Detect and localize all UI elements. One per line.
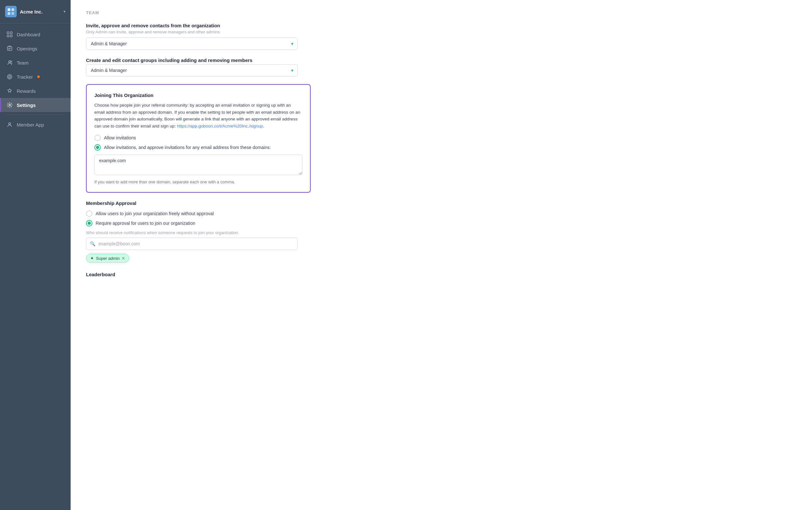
org-name: Acme Inc. (20, 9, 60, 15)
super-admin-icon: ✦ (90, 256, 94, 261)
section-label: TEAM (86, 10, 796, 15)
membership-radio-group: Allow users to join your organization fr… (86, 210, 796, 226)
membership-approval-section: Membership Approval Allow users to join … (86, 200, 796, 263)
svg-rect-0 (8, 8, 10, 11)
joining-section-title: Joining This Organization (94, 92, 302, 98)
svg-point-15 (9, 77, 10, 77)
permission-invite-remove-select-wrapper: Admin only Admin & Manager All members ▾ (86, 37, 298, 50)
sidebar-item-openings-label: Openings (17, 46, 37, 51)
tracker-notification-dot (37, 76, 40, 78)
radio-allow-invitations-domains-button[interactable] (94, 144, 101, 151)
radio-allow-invitations-domains[interactable]: Allow invitations, and approve invitatio… (94, 144, 302, 151)
permission-invite-remove-sublabel: Only Admin can invite, approve and remov… (86, 30, 796, 34)
settings-icon (6, 102, 13, 108)
svg-point-12 (10, 61, 12, 62)
radio-join-freely-label: Allow users to join your organization fr… (96, 211, 214, 216)
svg-point-11 (9, 61, 10, 63)
rewards-icon (6, 88, 13, 94)
radio-allow-invitations-domains-label: Allow invitations, and approve invitatio… (104, 145, 271, 150)
svg-rect-1 (11, 8, 14, 11)
sidebar-item-tracker[interactable]: Tracker (0, 70, 70, 84)
super-admin-tag[interactable]: ✦ Super admin ✕ (86, 254, 129, 263)
permission-invite-remove-label: Invite, approve and remove contacts from… (86, 23, 796, 28)
membership-approval-title: Membership Approval (86, 200, 796, 206)
notification-input-wrapper: 🔍 (86, 238, 298, 250)
radio-require-approval-label: Require approval for users to join our o… (96, 221, 196, 226)
permission-invite-remove: Invite, approve and remove contacts from… (86, 23, 796, 50)
svg-rect-7 (10, 35, 12, 37)
sidebar-divider (5, 115, 65, 115)
svg-rect-2 (8, 12, 10, 15)
sidebar-item-dashboard[interactable]: Dashboard (0, 27, 70, 41)
svg-rect-4 (7, 32, 9, 34)
joining-section: Joining This Organization Choose how peo… (86, 84, 311, 193)
sidebar: Acme Inc. ▾ Dashboard (0, 0, 70, 510)
radio-join-freely-button[interactable] (86, 210, 92, 217)
org-header[interactable]: Acme Inc. ▾ (0, 0, 70, 24)
dashboard-icon (6, 31, 13, 37)
svg-rect-8 (7, 47, 12, 50)
leaderboard-title: Leaderboard (86, 272, 796, 277)
joining-link[interactable]: https://app.goboon.co/t/Acme%20Inc./sign… (177, 124, 263, 129)
sidebar-item-dashboard-label: Dashboard (17, 32, 40, 37)
svg-point-16 (9, 104, 10, 106)
sidebar-item-member-app[interactable]: Member App (0, 117, 70, 132)
svg-point-17 (9, 123, 10, 124)
sidebar-item-member-app-label: Member App (17, 122, 44, 128)
permission-create-groups-select[interactable]: Admin only Admin & Manager All members (86, 64, 298, 77)
sidebar-item-openings[interactable]: Openings (0, 41, 70, 56)
sidebar-item-settings-label: Settings (17, 103, 36, 108)
super-admin-label: Super admin (96, 256, 120, 261)
permission-create-groups-select-wrapper: Admin only Admin & Manager All members ▾ (86, 64, 298, 77)
radio-join-freely[interactable]: Allow users to join your organization fr… (86, 210, 796, 217)
domain-hint: If you want to add more than one domain,… (94, 179, 302, 185)
svg-rect-6 (7, 35, 9, 37)
notification-email-input[interactable] (86, 238, 298, 250)
tracker-icon (6, 74, 13, 80)
radio-allow-invitations-button[interactable] (94, 135, 101, 141)
svg-rect-5 (10, 32, 12, 34)
radio-allow-invitations[interactable]: Allow invitations (94, 135, 302, 141)
permission-create-groups-label: Create and edit contact groups including… (86, 57, 796, 63)
sidebar-item-tracker-label: Tracker (17, 74, 33, 80)
permission-create-groups: Create and edit contact groups including… (86, 57, 796, 77)
team-icon (6, 59, 13, 66)
super-admin-remove-icon[interactable]: ✕ (122, 256, 125, 261)
svg-rect-3 (11, 12, 14, 15)
radio-require-approval-inner (88, 222, 91, 225)
joining-section-desc: Choose how people join your referral com… (94, 102, 302, 130)
joining-link-suffix: . (263, 124, 264, 129)
org-logo (5, 6, 17, 17)
member-app-icon (6, 121, 13, 128)
main-content: TEAM Invite, approve and remove contacts… (70, 0, 812, 510)
domain-textarea[interactable]: example.com (94, 154, 302, 175)
radio-require-approval-button[interactable] (86, 220, 92, 226)
notification-sublabel: Who should receive notifications when so… (86, 230, 796, 235)
sidebar-item-team-label: Team (17, 60, 29, 65)
radio-allow-invitations-label: Allow invitations (104, 135, 136, 140)
sidebar-item-rewards[interactable]: Rewards (0, 84, 70, 98)
radio-inner-dot (96, 146, 99, 149)
joining-radio-group: Allow invitations Allow invitations, and… (94, 135, 302, 151)
search-icon: 🔍 (90, 241, 95, 246)
permission-invite-remove-select[interactable]: Admin only Admin & Manager All members (86, 37, 298, 50)
sidebar-item-settings[interactable]: Settings (0, 98, 70, 112)
radio-require-approval[interactable]: Require approval for users to join our o… (86, 220, 796, 226)
openings-icon (6, 45, 13, 52)
sidebar-item-team[interactable]: Team (0, 56, 70, 70)
sidebar-nav: Dashboard Openings (0, 24, 70, 510)
sidebar-item-rewards-label: Rewards (17, 88, 36, 94)
org-chevron-icon: ▾ (64, 9, 65, 14)
